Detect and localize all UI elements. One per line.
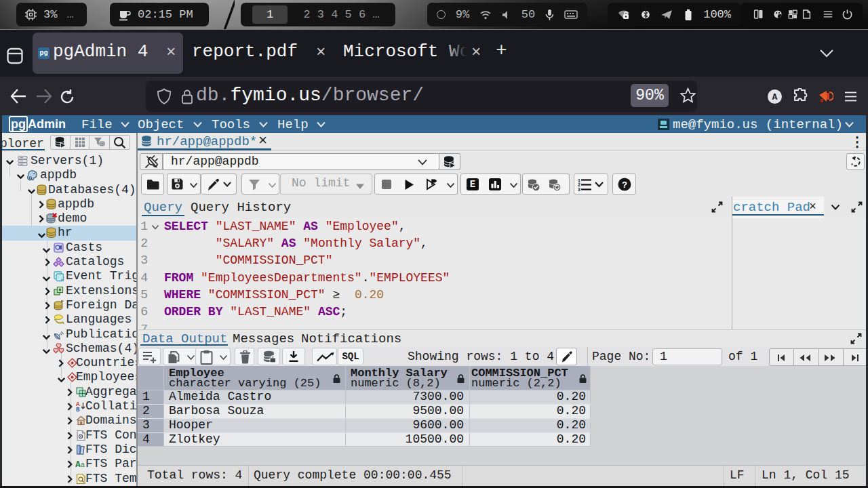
svg-text:3: 3 (578, 188, 580, 192)
svg-text:A: A (772, 92, 778, 102)
svg-text:?: ? (622, 180, 627, 190)
